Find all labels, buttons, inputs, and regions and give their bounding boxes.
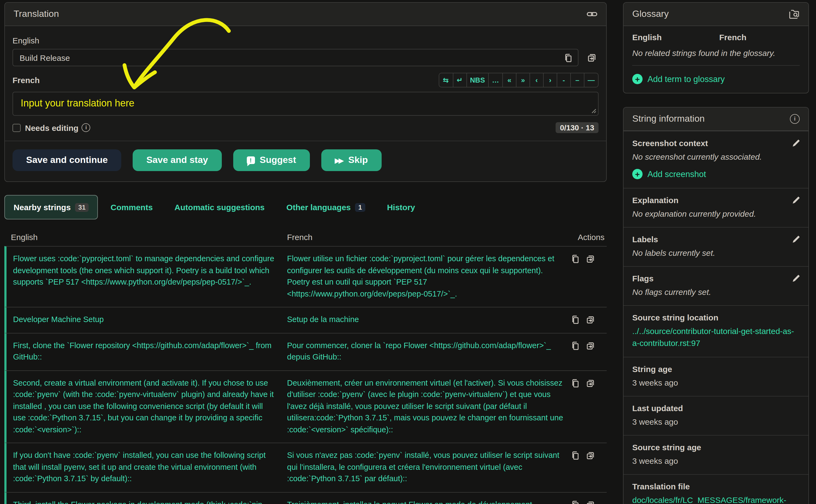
row-english-text[interactable]: Flower uses :code:`pyproject.toml` to ma… bbox=[7, 253, 287, 300]
translation-body: English Build Release bbox=[5, 26, 606, 141]
lsaquo-char-button[interactable]: ‹ bbox=[529, 73, 543, 87]
raquo-char-button[interactable]: » bbox=[516, 73, 529, 87]
char-counter-badge: 0/130 · 13 bbox=[555, 122, 598, 133]
plus-icon: + bbox=[632, 169, 643, 179]
row-french-text[interactable]: Pour commencer, cloner la `repo Flower <… bbox=[287, 340, 571, 363]
section-flags: Flags No flags currently set. bbox=[624, 266, 808, 305]
suggest-button[interactable]: ! Suggest bbox=[233, 149, 310, 171]
browse-glossary-icon[interactable] bbox=[789, 9, 800, 19]
row-english-text[interactable]: Second, create a virtual environment (an… bbox=[7, 377, 287, 436]
resize-handle[interactable] bbox=[591, 109, 596, 114]
row-actions bbox=[571, 253, 607, 300]
row-french-text[interactable]: Flower utilise un fichier :code:`pyproje… bbox=[287, 253, 571, 300]
row-english-text[interactable]: First, clone the `Flower repository <htt… bbox=[7, 340, 287, 363]
string-information-title: String information bbox=[632, 114, 705, 124]
string-information-header: String information i bbox=[624, 108, 808, 131]
copy-icon[interactable] bbox=[571, 315, 580, 325]
copy-and-save-icon[interactable] bbox=[585, 500, 595, 504]
plus-icon: + bbox=[632, 74, 643, 84]
copy-and-save-icon[interactable] bbox=[585, 341, 595, 351]
tab-comments[interactable]: Comments bbox=[101, 195, 162, 219]
special-chars-toolbar: ⇆ ↵ NBS … « » ‹ › - – — bbox=[438, 73, 598, 87]
translation-panel: Translation English Build Release bbox=[4, 2, 607, 182]
needs-editing-checkbox[interactable] bbox=[12, 124, 21, 132]
row-french-text[interactable]: Troisièmement, installez le paquet Flowe… bbox=[287, 499, 571, 504]
hyphen-char-button[interactable]: - bbox=[557, 73, 570, 87]
add-term-row[interactable]: + Add term to glossary bbox=[632, 66, 800, 93]
needs-editing-info-icon[interactable]: i bbox=[82, 123, 90, 132]
tab-automatic-suggestions-label: Automatic suggestions bbox=[174, 203, 265, 212]
source-location-link[interactable]: ../../source/contributor-tutorial-get-st… bbox=[632, 325, 800, 349]
copy-icon[interactable] bbox=[571, 254, 580, 264]
glossary-col-french: French bbox=[719, 33, 746, 42]
edit-pencil-icon[interactable] bbox=[792, 138, 801, 148]
suggest-button-label: Suggest bbox=[260, 155, 296, 166]
laquo-char-button[interactable]: « bbox=[502, 73, 516, 87]
add-screenshot-row[interactable]: + Add screenshot bbox=[632, 162, 800, 180]
copy-icon[interactable] bbox=[571, 378, 580, 388]
add-term-label: Add term to glossary bbox=[648, 74, 725, 84]
edit-pencil-icon[interactable] bbox=[792, 274, 801, 283]
row-french-text[interactable]: Si vous n'avez pas :code:`pyenv` install… bbox=[287, 450, 571, 485]
row-actions bbox=[571, 377, 607, 436]
save-and-stay-button[interactable]: Save and stay bbox=[133, 149, 222, 171]
translation-textarea[interactable]: Input your translation here bbox=[12, 92, 598, 116]
section-heading: String age bbox=[632, 364, 800, 374]
copy-and-save-icon[interactable] bbox=[585, 315, 595, 325]
section-source-string-location: Source string location ../../source/cont… bbox=[624, 305, 808, 357]
row-french-text[interactable]: Setup de la machine bbox=[287, 314, 571, 326]
copy-to-translation-icon[interactable] bbox=[584, 52, 598, 63]
copy-and-save-icon[interactable] bbox=[585, 451, 595, 461]
tab-char-button[interactable]: ⇆ bbox=[439, 73, 453, 87]
needs-editing-label: Needs editing bbox=[25, 123, 78, 132]
section-heading: Source string age bbox=[632, 443, 800, 452]
newline-char-button[interactable]: ↵ bbox=[453, 73, 466, 87]
table-header: English French Actions bbox=[4, 229, 607, 246]
tab-automatic-suggestions[interactable]: Automatic suggestions bbox=[165, 195, 274, 219]
rsaquo-char-button[interactable]: › bbox=[543, 73, 557, 87]
needs-editing-row: Needs editing i 0/130 · 13 bbox=[12, 122, 598, 133]
row-english-text[interactable]: Developer Machine Setup bbox=[7, 314, 287, 326]
copy-and-save-icon[interactable] bbox=[585, 378, 595, 388]
table-header-french: French bbox=[287, 232, 565, 242]
glossary-panel: Glossary English French No related stri bbox=[623, 2, 809, 93]
section-body: 3 weeks ago bbox=[632, 455, 800, 467]
row-french-text[interactable]: Deuxièmement, créer un environnement vir… bbox=[287, 377, 571, 436]
endash-char-button[interactable]: – bbox=[570, 73, 584, 87]
tab-history[interactable]: History bbox=[378, 195, 424, 219]
section-string-age: String age 3 weeks ago bbox=[624, 357, 808, 396]
tab-nearby-strings[interactable]: Nearby strings 31 bbox=[4, 195, 98, 219]
skip-button-label: Skip bbox=[348, 155, 368, 166]
section-heading: Translation file bbox=[632, 482, 800, 491]
french-text-part: Troisièmement, installez le paquet Flowe… bbox=[287, 500, 532, 504]
edit-pencil-icon[interactable] bbox=[792, 196, 801, 205]
save-and-continue-button[interactable]: Save and continue bbox=[12, 149, 121, 171]
string-info-icon[interactable]: i bbox=[790, 114, 800, 124]
copy-icon[interactable] bbox=[571, 451, 580, 461]
translation-file-link[interactable]: doc/locales/fr/LC_MESSAGES/framework-doc… bbox=[632, 495, 786, 504]
copy-icon[interactable] bbox=[571, 341, 580, 351]
action-buttons-row: Save and continue Save and stay ! Sugges… bbox=[5, 141, 606, 181]
skip-button[interactable]: ▶▶ Skip bbox=[321, 149, 381, 171]
tab-comments-label: Comments bbox=[111, 203, 153, 212]
ellipsis-char-button[interactable]: … bbox=[488, 73, 502, 87]
edit-pencil-icon[interactable] bbox=[792, 235, 801, 244]
tab-nearby-strings-label: Nearby strings bbox=[14, 203, 71, 212]
tab-other-languages-label: Other languages bbox=[287, 203, 351, 212]
nbsp-char-button[interactable]: NBS bbox=[466, 73, 488, 87]
target-row: French ⇆ ↵ NBS … « » ‹ › - – — bbox=[12, 73, 598, 87]
tab-other-languages[interactable]: Other languages 1 bbox=[277, 195, 375, 219]
table-row: Developer Machine Setup Setup de la mach… bbox=[4, 307, 607, 333]
copy-and-save-icon[interactable] bbox=[585, 254, 595, 264]
copy-source-icon[interactable] bbox=[564, 53, 573, 63]
nearby-strings-table: English French Actions Flower uses :code… bbox=[4, 229, 607, 504]
permalink-icon[interactable] bbox=[586, 9, 597, 20]
row-english-text[interactable]: Third, install the Flower package in dev… bbox=[7, 499, 287, 504]
row-english-text[interactable]: If you don't have :code:`pyenv` installe… bbox=[7, 450, 287, 485]
table-row: First, clone the `Flower repository <htt… bbox=[4, 333, 607, 370]
string-information-panel: String information i Screenshot context … bbox=[623, 107, 809, 504]
row-actions bbox=[571, 340, 607, 363]
section-body: 3 weeks ago bbox=[632, 416, 800, 427]
emdash-char-button[interactable]: — bbox=[584, 73, 598, 87]
copy-icon[interactable] bbox=[571, 500, 580, 504]
